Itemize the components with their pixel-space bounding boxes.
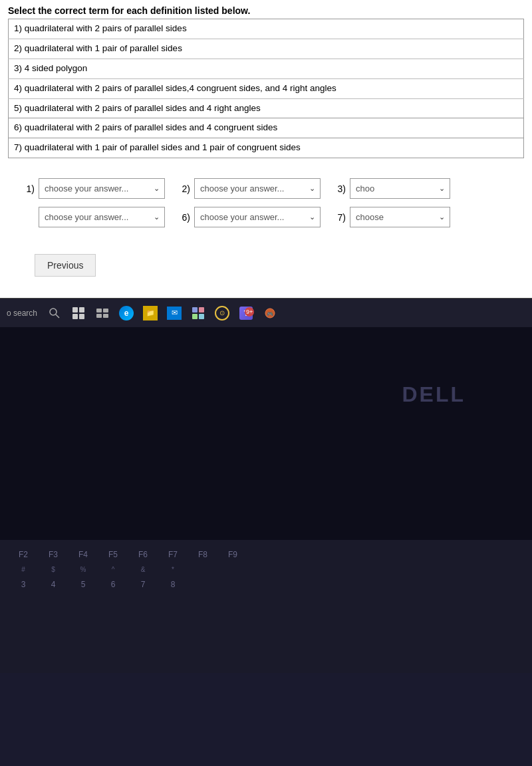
key-7: 7 xyxy=(133,580,153,589)
svg-rect-4 xyxy=(96,314,102,318)
answer-number-6: 6) xyxy=(177,212,190,223)
more-apps-icon[interactable]: 🎮 xyxy=(261,304,279,322)
edge-browser-icon[interactable]: e xyxy=(117,304,136,322)
answer-number-3: 3) xyxy=(332,184,346,194)
key-dollar: $ xyxy=(43,566,63,573)
teams-icon[interactable]: T 9+ xyxy=(237,304,255,322)
answer-select-4[interactable]: choose your answer... parallelogram trap… xyxy=(39,207,165,227)
windows-grid-icon xyxy=(72,307,84,319)
answer-select-2[interactable]: choose your answer... parallelogram trap… xyxy=(194,178,321,199)
dark-area: DELL xyxy=(0,327,532,540)
mail-icon-inner: ✉ xyxy=(167,307,182,320)
clock-icon[interactable]: ⊙ xyxy=(213,304,231,322)
answers-row-1: 1) choose your answer... parallelogram t… xyxy=(21,178,511,199)
key-f8: F8 xyxy=(193,550,213,559)
definition-3: 3) 4 sided polygon xyxy=(9,59,524,78)
key-f3: F3 xyxy=(43,550,63,559)
svg-rect-5 xyxy=(103,314,108,318)
answer-select-wrapper-4[interactable]: choose your answer... parallelogram trap… xyxy=(39,207,165,227)
answer-number-1: 1) xyxy=(21,184,35,194)
svg-rect-3 xyxy=(103,309,108,313)
instruction-text: Select the correct term for each definit… xyxy=(8,5,524,16)
definition-row-2: 2) quadrilateral with 1 pair of parallel… xyxy=(9,39,524,59)
search-icon[interactable] xyxy=(45,304,64,322)
edge-icon-inner: e xyxy=(119,306,134,320)
key-ampersand: & xyxy=(133,566,153,573)
answer-select-wrapper-6[interactable]: choose your answer... parallelogram trap… xyxy=(194,207,321,227)
search-text: o search xyxy=(7,309,37,318)
svg-point-0 xyxy=(50,309,57,315)
keyboard-area: F2 F3 F4 F5 F6 F7 F8 F9 # $ % ^ & * 3 4 … xyxy=(0,540,532,673)
answer-select-wrapper-1[interactable]: choose your answer... parallelogram trap… xyxy=(39,178,165,199)
answer-select-7[interactable]: choose parallelogram trapezoid quadrilat… xyxy=(350,207,450,227)
task-view-icon[interactable] xyxy=(93,304,112,322)
key-hash: # xyxy=(13,566,33,573)
dell-logo: DELL xyxy=(402,382,466,407)
previous-button[interactable]: Previous xyxy=(35,254,96,277)
definition-row-5: 5) quadrilateral with 2 pairs of paralle… xyxy=(9,98,524,118)
key-f5: F5 xyxy=(103,550,123,559)
answer-select-wrapper-7[interactable]: choose parallelogram trapezoid quadrilat… xyxy=(350,207,450,227)
apps-grid-icon[interactable] xyxy=(189,304,207,322)
key-f7: F7 xyxy=(163,550,183,559)
fn-keys-row: F2 F3 F4 F5 F6 F7 F8 F9 xyxy=(13,550,519,559)
definition-row-7: 7) quadrilateral with 1 pair of parallel… xyxy=(9,138,524,158)
definition-row-4: 4) quadrilateral with 2 pairs of paralle… xyxy=(9,78,524,98)
answer-select-6[interactable]: choose your answer... parallelogram trap… xyxy=(194,207,321,227)
file-explorer-icon[interactable]: 📁 xyxy=(141,304,160,322)
num-keys-row: 3 4 5 6 7 8 xyxy=(13,580,519,589)
taskbar: o search e 📁 ✉ xyxy=(0,298,532,327)
svg-text:🎮: 🎮 xyxy=(267,311,273,317)
answer-select-1[interactable]: choose your answer... parallelogram trap… xyxy=(39,178,165,199)
definition-7: 7) quadrilateral with 1 pair of parallel… xyxy=(9,138,524,158)
answer-select-wrapper-3[interactable]: choo parallelogram trapezoid quadrilater… xyxy=(350,178,450,199)
answer-number-7: 7) xyxy=(332,212,346,223)
mail-icon[interactable]: ✉ xyxy=(165,304,184,322)
answers-row-2: choose your answer... parallelogram trap… xyxy=(21,207,511,227)
definition-6: 6) quadrilateral with 2 pairs of paralle… xyxy=(9,118,524,138)
answer-number-2: 2) xyxy=(177,184,190,194)
key-f4: F4 xyxy=(73,550,93,559)
key-f2: F2 xyxy=(13,550,33,559)
apps-grid-inner xyxy=(192,307,204,319)
answer-select-3[interactable]: choo parallelogram trapezoid quadrilater… xyxy=(350,178,450,199)
svg-line-1 xyxy=(56,315,59,318)
answer-select-wrapper-2[interactable]: choose your answer... parallelogram trap… xyxy=(194,178,321,199)
windows-icon[interactable] xyxy=(69,304,88,322)
key-asterisk: * xyxy=(163,566,183,573)
key-caret: ^ xyxy=(103,566,123,573)
symbol-keys-row: # $ % ^ & * xyxy=(13,566,519,573)
key-f6: F6 xyxy=(133,550,153,559)
definition-row-3: 3) 4 sided polygon xyxy=(9,59,524,78)
key-5: 5 xyxy=(73,580,93,589)
svg-rect-2 xyxy=(96,309,102,313)
key-f9: F9 xyxy=(223,550,243,559)
key-percent: % xyxy=(73,566,93,573)
definition-2: 2) quadrilateral with 1 pair of parallel… xyxy=(9,39,524,59)
clock-icon-inner: ⊙ xyxy=(215,306,229,320)
key-6: 6 xyxy=(103,580,123,589)
definition-row-6: 6) quadrilateral with 2 pairs of paralle… xyxy=(9,118,524,138)
definitions-table: 1) quadrilateral with 2 pairs of paralle… xyxy=(8,19,524,158)
definition-row-1: 1) quadrilateral with 2 pairs of paralle… xyxy=(9,19,524,39)
answers-section: 1) choose your answer... parallelogram t… xyxy=(8,172,524,290)
file-icon-inner: 📁 xyxy=(143,306,158,320)
notification-badge: 9+ xyxy=(245,307,254,317)
definition-5: 5) quadrilateral with 2 pairs of paralle… xyxy=(9,98,524,118)
key-8: 8 xyxy=(163,580,183,589)
definition-4: 4) quadrilateral with 2 pairs of paralle… xyxy=(9,78,524,98)
key-4: 4 xyxy=(43,580,63,589)
key-3: 3 xyxy=(13,580,33,589)
main-content: Select the correct term for each definit… xyxy=(0,0,532,298)
definition-1: 1) quadrilateral with 2 pairs of paralle… xyxy=(9,19,524,39)
